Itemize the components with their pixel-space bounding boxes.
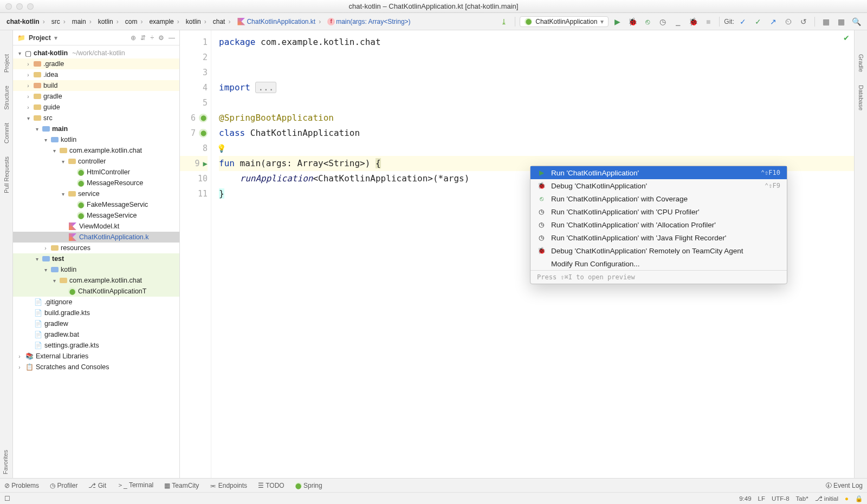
project-title[interactable]: Project <box>29 34 51 42</box>
status-line-sep[interactable]: LF <box>758 495 765 502</box>
chevron-down-icon[interactable]: ▾ <box>54 34 57 42</box>
debug-attach-icon[interactable]: 🐞 <box>687 15 700 28</box>
tree-file[interactable]: 📄gradlew <box>13 318 179 329</box>
rail-commit[interactable]: Commit <box>1 121 12 146</box>
tree-file[interactable]: 📄.gitignore <box>13 297 179 307</box>
tree-root[interactable]: ▾▢ chat-kotlin ~/work/chat-kotlin <box>13 48 179 58</box>
tree-folder[interactable]: ▾src <box>13 113 179 123</box>
status-servers-icon[interactable]: ● <box>845 495 849 502</box>
tree-folder[interactable]: ▾kotlin <box>13 264 179 275</box>
tree-package[interactable]: ▾service <box>13 188 179 199</box>
tree-folder[interactable]: ▾test <box>13 253 179 264</box>
run-icon[interactable]: ▶ <box>611 15 624 28</box>
rail-database[interactable]: Database <box>856 83 866 113</box>
git-update-icon[interactable]: ✓ <box>736 15 749 28</box>
editor-gutter[interactable]: 1 2 3 4 5 6⬤ 7⬤ 8 9▶ 10 11 <box>180 30 211 478</box>
ide-actions-icon[interactable]: ▦ <box>819 15 832 28</box>
tree-file[interactable]: ViewModel.kt <box>13 221 179 232</box>
tree-folder[interactable]: ›build <box>13 80 179 91</box>
tree-file[interactable]: 📄build.gradle.kts <box>13 307 179 318</box>
tree-scratches[interactable]: ›📋Scratches and Consoles <box>13 362 179 372</box>
crumb-folder[interactable]: kotlin <box>184 17 210 27</box>
status-menu-icon[interactable]: ☐ <box>4 495 10 502</box>
crumb-folder[interactable]: main <box>70 17 95 27</box>
git-commit-icon[interactable]: ✓ <box>752 15 765 28</box>
collapse-icon[interactable]: ÷ <box>150 34 154 42</box>
menu-alloc-profiler[interactable]: ◷ Run 'ChatKotlinApplication' with 'Allo… <box>530 218 787 231</box>
rail-favorites[interactable]: Favorites <box>0 448 11 476</box>
profiler-icon[interactable]: ◷ <box>656 15 669 28</box>
minimize-icon[interactable] <box>16 3 23 10</box>
attach-icon[interactable]: ⎯ <box>671 15 684 28</box>
close-icon[interactable] <box>5 3 12 10</box>
crumb-function[interactable]: f main(args: Array<String>) <box>325 17 412 27</box>
tree-package[interactable]: ▾com.example.kotlin.chat <box>13 275 179 286</box>
project-tree[interactable]: ▾▢ chat-kotlin ~/work/chat-kotlin ›.grad… <box>13 45 179 478</box>
tool-endpoints[interactable]: ⫘ Endpoints <box>210 482 247 489</box>
crumb-folder[interactable]: src <box>49 17 69 27</box>
spring-gutter-icon[interactable]: ⬤ <box>199 129 208 138</box>
search-icon[interactable]: 🔍 <box>850 15 863 28</box>
tool-profiler[interactable]: ◷ Profiler <box>50 482 77 489</box>
status-branch[interactable]: ⎇ initial <box>815 495 838 502</box>
stop-icon[interactable]: ■ <box>702 15 715 28</box>
tree-folder[interactable]: ›.idea <box>13 69 179 80</box>
maximize-icon[interactable] <box>27 3 34 10</box>
tree-folder[interactable]: ›gradle <box>13 91 179 102</box>
tool-spring[interactable]: ⬤ Spring <box>295 482 322 489</box>
git-push-icon[interactable]: ↗ <box>767 15 780 28</box>
menu-run[interactable]: ▶ Run 'ChatKotlinApplication' ⌃⇧F10 <box>530 166 787 179</box>
menu-modify-config[interactable]: Modify Run Configuration... <box>530 257 787 270</box>
status-indent[interactable]: Tab* <box>796 495 808 502</box>
tree-file[interactable]: ⬤ChatKotlinApplicationT <box>13 286 179 297</box>
learn-icon[interactable]: ▦ <box>834 15 847 28</box>
menu-teamcity-debug[interactable]: 🐞 Debug 'ChatKotlinApplication' Remotely… <box>530 244 787 257</box>
coverage-icon[interactable]: ⎋ <box>641 15 654 28</box>
rail-project[interactable]: Project <box>1 52 12 75</box>
status-lock-icon[interactable]: 🔒 <box>855 495 863 502</box>
intention-bulb-icon[interactable]: 💡 <box>217 144 226 153</box>
tree-folder[interactable]: ›guide <box>13 102 179 113</box>
hide-icon[interactable]: — <box>169 34 175 42</box>
run-gutter-icon[interactable]: ▶ <box>203 156 208 171</box>
rail-gradle[interactable]: Gradle <box>856 52 866 74</box>
tree-ext-libs[interactable]: ›📚External Libraries <box>13 351 179 362</box>
tree-file[interactable]: 📄gradlew.bat <box>13 329 179 340</box>
tool-todo[interactable]: ☰ TODO <box>258 482 284 489</box>
rail-pull-requests[interactable]: Pull Requests <box>1 154 12 195</box>
menu-debug[interactable]: 🐞 Debug 'ChatKotlinApplication' ⌃⇧F9 <box>530 179 787 192</box>
tool-event-log[interactable]: 🛈 Event Log <box>825 482 863 489</box>
locate-icon[interactable]: ⊕ <box>131 34 136 42</box>
tree-file[interactable]: ⬤MessageResource <box>13 178 179 188</box>
window-controls[interactable] <box>5 3 34 10</box>
gear-icon[interactable]: ⚙ <box>158 34 164 42</box>
tree-folder[interactable]: ▾main <box>13 123 179 134</box>
tree-file[interactable]: ⬤HtmlController <box>13 167 179 178</box>
tree-package[interactable]: ▾com.example.kotlin.chat <box>13 145 179 156</box>
menu-cpu-profiler[interactable]: ◷ Run 'ChatKotlinApplication' with 'CPU … <box>530 205 787 218</box>
menu-coverage[interactable]: ⎋ Run 'ChatKotlinApplication' with Cover… <box>530 192 787 205</box>
status-caret-pos[interactable]: 9:49 <box>739 495 751 502</box>
tree-package[interactable]: ▾controller <box>13 156 179 167</box>
tool-git[interactable]: ⎇ Git <box>88 482 106 489</box>
tree-folder[interactable]: ›.gradle <box>13 58 179 69</box>
spring-gutter-icon[interactable]: ⬤ <box>199 114 208 122</box>
tree-folder[interactable]: ▾kotlin <box>13 134 179 145</box>
debug-icon[interactable]: 🐞 <box>626 15 639 28</box>
status-encoding[interactable]: UTF-8 <box>772 495 790 502</box>
tool-teamcity[interactable]: ▦ TeamCity <box>164 482 199 489</box>
crumb-project[interactable]: chat-kotlin <box>4 17 48 27</box>
git-rollback-icon[interactable]: ↺ <box>797 15 810 28</box>
expand-icon[interactable]: ⇵ <box>140 34 146 42</box>
tree-file[interactable]: 📄settings.gradle.kts <box>13 340 179 351</box>
tool-problems[interactable]: ⊘ Problems <box>4 482 39 489</box>
crumb-folder[interactable]: kotlin <box>96 17 122 27</box>
crumb-folder[interactable]: com <box>123 17 146 27</box>
tree-folder[interactable]: ›resources <box>13 243 179 253</box>
tree-file-selected[interactable]: ChatKotlinApplication.k <box>13 232 179 243</box>
tree-file[interactable]: ⬤FakeMessageServic <box>13 199 179 210</box>
crumb-file[interactable]: ChatKotlinApplication.kt <box>235 16 324 27</box>
crumb-folder[interactable]: example <box>147 17 182 27</box>
git-history-icon[interactable]: ⏲ <box>782 15 795 28</box>
fold-indicator[interactable]: ... <box>255 82 276 93</box>
